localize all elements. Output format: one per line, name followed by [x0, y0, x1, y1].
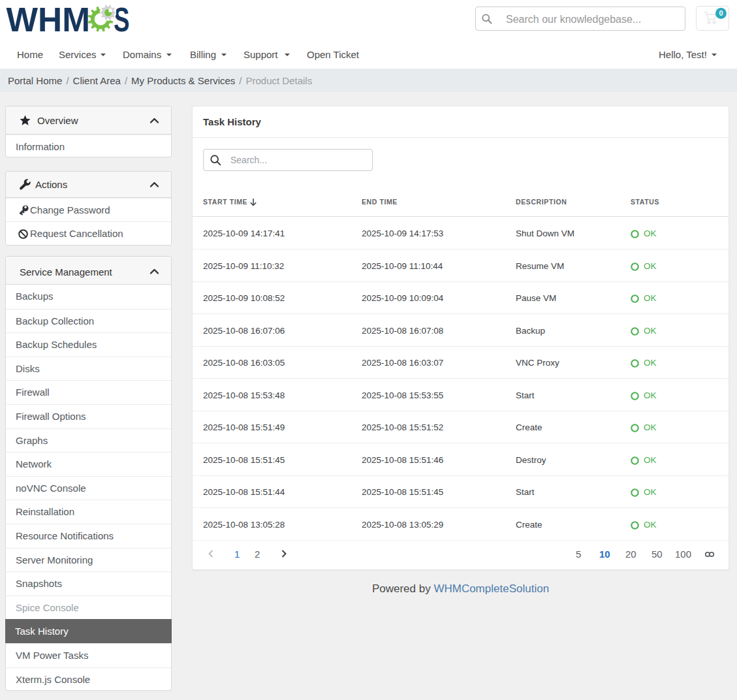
svg-text:S: S: [114, 4, 130, 35]
svg-text:WHM: WHM: [7, 4, 91, 35]
